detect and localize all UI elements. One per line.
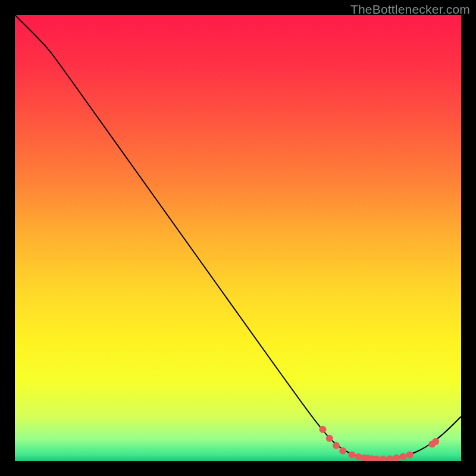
chart-marker bbox=[320, 426, 327, 433]
chart-marker bbox=[333, 442, 340, 449]
chart-svg bbox=[15, 15, 461, 461]
chart-marker bbox=[400, 453, 407, 461]
chart-marker bbox=[326, 435, 333, 442]
chart-background bbox=[15, 15, 461, 461]
chart-plot bbox=[15, 15, 461, 461]
chart-marker bbox=[339, 447, 346, 455]
chart-marker bbox=[432, 438, 439, 445]
chart-marker bbox=[406, 452, 414, 459]
chart-frame: TheBottlenecker.com bbox=[0, 0, 476, 476]
chart-marker bbox=[348, 452, 355, 459]
